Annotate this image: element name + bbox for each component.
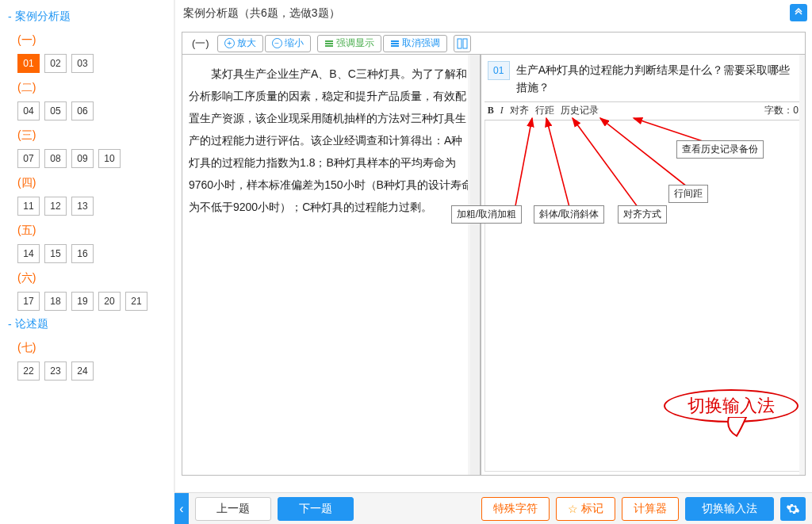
next-button[interactable]: 下一题 bbox=[278, 497, 354, 521]
question-nav-10[interactable]: 10 bbox=[98, 149, 121, 168]
bold-button[interactable]: B bbox=[488, 105, 494, 117]
question-row: 01 生产A种灯具的过程能力判断结果是什么？需要采取哪些措施？ bbox=[481, 55, 805, 101]
history-button[interactable]: 历史记录 bbox=[561, 104, 599, 117]
section-title[interactable]: - 论述题 bbox=[8, 314, 166, 336]
scrollbar-left[interactable] bbox=[468, 55, 477, 475]
zoom-out-button[interactable]: −缩小 bbox=[265, 35, 311, 52]
question-nav-09[interactable]: 09 bbox=[71, 149, 94, 168]
panels: 某灯具生产企业生产A、B、C三种灯具。为了了解和分析影响工序质量的因素，稳定和提… bbox=[182, 55, 805, 475]
align-button[interactable]: 对齐 bbox=[510, 104, 529, 117]
question-nav-06[interactable]: 06 bbox=[71, 101, 94, 120]
ime-switch-button[interactable]: 切换输入法 bbox=[685, 497, 774, 521]
question-nav-20[interactable]: 20 bbox=[98, 292, 121, 311]
svg-rect-5 bbox=[391, 45, 399, 47]
question-nav-11[interactable]: 11 bbox=[17, 197, 40, 216]
question-nav-23[interactable]: 23 bbox=[44, 361, 67, 381]
question-nav-13[interactable]: 13 bbox=[71, 197, 94, 216]
question-nav-16[interactable]: 16 bbox=[71, 244, 94, 263]
question-nav-05[interactable]: 05 bbox=[44, 101, 67, 120]
subgroup-label: (六) bbox=[8, 266, 166, 290]
svg-rect-3 bbox=[391, 40, 399, 42]
italic-button[interactable]: I bbox=[500, 105, 504, 117]
question-nav-02[interactable]: 02 bbox=[44, 54, 67, 73]
scrollbar-right[interactable] bbox=[799, 55, 805, 475]
question-nav-17[interactable]: 17 bbox=[17, 292, 40, 311]
svg-rect-2 bbox=[325, 45, 333, 47]
wordcount: 字数：0 bbox=[764, 104, 799, 117]
highlight-button[interactable]: 强调显示 bbox=[317, 35, 381, 52]
answer-editor[interactable] bbox=[485, 120, 802, 472]
unhighlight-button[interactable]: 取消强调 bbox=[383, 35, 447, 52]
main-panel: 案例分析题（共6题，选做3题） (一) +放大 −缩小 强调显示 取消强调 bbox=[174, 0, 812, 492]
question-nav-12[interactable]: 12 bbox=[44, 197, 67, 216]
footer: ‹ 上一题 下一题 特殊字符 ☆标记 计算器 切换输入法 bbox=[174, 492, 812, 524]
zoom-in-button[interactable]: +放大 bbox=[217, 35, 263, 52]
toolbar: (一) +放大 −缩小 强调显示 取消强调 bbox=[182, 33, 805, 55]
question-nav-24[interactable]: 24 bbox=[71, 361, 94, 381]
sidebar: - 案例分析题(一)010203(二)040506(三)07080910(四)1… bbox=[0, 0, 174, 492]
subgroup-label: (四) bbox=[8, 171, 166, 195]
question-nav-14[interactable]: 14 bbox=[17, 244, 40, 263]
section-title[interactable]: - 案例分析题 bbox=[8, 6, 166, 29]
question-nav-07[interactable]: 07 bbox=[17, 149, 40, 168]
svg-rect-0 bbox=[325, 40, 333, 42]
settings-button[interactable] bbox=[780, 497, 806, 521]
footer-collapse-handle[interactable]: ‹ bbox=[174, 493, 189, 525]
passage-text: 某灯具生产企业生产A、B、C三种灯具。为了了解和分析影响工序质量的因素，稳定和提… bbox=[189, 63, 473, 218]
subgroup-label: (七) bbox=[8, 336, 166, 360]
question-nav-21[interactable]: 21 bbox=[125, 292, 147, 311]
svg-rect-4 bbox=[391, 43, 399, 44]
calculator-button[interactable]: 计算器 bbox=[622, 497, 679, 521]
subgroup-label: (二) bbox=[8, 76, 166, 100]
question-nav-15[interactable]: 15 bbox=[44, 244, 67, 263]
main-header: 案例分析题（共6题，选做3题） bbox=[175, 0, 812, 25]
group-label: (一) bbox=[186, 36, 216, 51]
prev-button[interactable]: 上一题 bbox=[195, 497, 271, 521]
answer-panel: 01 生产A种灯具的过程能力判断结果是什么？需要采取哪些措施？ B I 对齐 行… bbox=[481, 55, 805, 475]
question-nav-18[interactable]: 18 bbox=[44, 292, 67, 311]
content-frame: (一) +放大 −缩小 强调显示 取消强调 某灯具生产企业 bbox=[182, 32, 806, 476]
special-char-button[interactable]: 特殊字符 bbox=[481, 497, 550, 521]
passage-panel[interactable]: 某灯具生产企业生产A、B、C三种灯具。为了了解和分析影响工序质量的因素，稳定和提… bbox=[182, 55, 481, 475]
question-number-badge: 01 bbox=[488, 61, 510, 80]
subgroup-label: (五) bbox=[8, 219, 166, 243]
svg-rect-1 bbox=[325, 43, 333, 44]
svg-rect-7 bbox=[463, 39, 467, 48]
subgroup-label: (三) bbox=[8, 124, 166, 147]
editor-toolbar: B I 对齐 行距 历史记录 字数：0 bbox=[485, 101, 802, 120]
mark-button[interactable]: ☆标记 bbox=[556, 497, 615, 521]
subgroup-label: (一) bbox=[8, 29, 166, 52]
question-nav-03[interactable]: 03 bbox=[71, 54, 94, 73]
split-view-button[interactable] bbox=[454, 35, 471, 52]
linespace-button[interactable]: 行距 bbox=[535, 104, 554, 117]
question-text: 生产A种灯具的过程能力判断结果是什么？需要采取哪些措施？ bbox=[516, 61, 799, 97]
question-nav-08[interactable]: 08 bbox=[44, 149, 67, 168]
question-nav-22[interactable]: 22 bbox=[17, 361, 40, 381]
collapse-up-button[interactable] bbox=[790, 4, 807, 21]
question-nav-19[interactable]: 19 bbox=[71, 292, 94, 311]
svg-rect-6 bbox=[458, 39, 462, 48]
gear-icon bbox=[786, 502, 800, 516]
question-nav-04[interactable]: 04 bbox=[17, 101, 40, 120]
main-title: 案例分析题（共6题，选做3题） bbox=[183, 0, 340, 25]
question-nav-01[interactable]: 01 bbox=[17, 54, 40, 73]
star-icon: ☆ bbox=[568, 503, 578, 515]
